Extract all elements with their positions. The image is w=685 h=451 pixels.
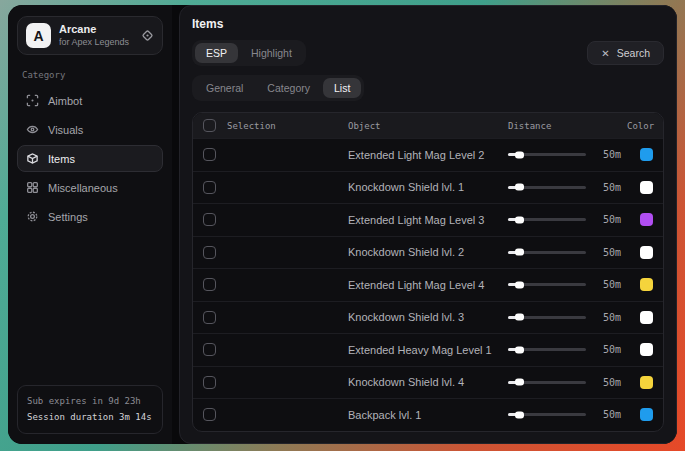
search-button-label: Search <box>617 47 650 59</box>
sidebar-item-label: Visuals <box>48 124 83 136</box>
table-row: Extended Light Mag Level 2 50m <box>193 138 663 171</box>
table-row: Knockdown Shield lvl. 2 50m <box>193 236 663 269</box>
slider-thumb[interactable] <box>515 346 524 353</box>
distance-value: 50m <box>595 182 621 193</box>
column-header-distance: Distance <box>508 121 627 131</box>
gear-icon <box>26 210 39 223</box>
search-button[interactable]: ✕ Search <box>587 41 664 65</box>
eye-icon <box>26 123 39 136</box>
row-checkbox[interactable] <box>203 343 216 356</box>
slider-thumb[interactable] <box>515 249 524 256</box>
table-row: Knockdown Shield lvl. 3 50m <box>193 301 663 334</box>
color-swatch[interactable] <box>640 376 653 389</box>
color-swatch[interactable] <box>640 408 653 421</box>
table-body: Extended Light Mag Level 2 50m <box>193 138 663 431</box>
distance-slider[interactable] <box>508 413 586 416</box>
distance-slider[interactable] <box>508 186 586 189</box>
color-swatch[interactable] <box>640 213 653 226</box>
app-header-card: A Arcane for Apex Legends <box>17 16 163 55</box>
color-swatch[interactable] <box>640 278 653 291</box>
row-checkbox[interactable] <box>203 213 216 226</box>
sidebar-item-label: Items <box>48 153 75 165</box>
sidebar-section-label: Category <box>22 70 158 80</box>
slider-thumb[interactable] <box>515 151 524 158</box>
slider-thumb[interactable] <box>515 281 524 288</box>
app-subtitle: for Apex Legends <box>59 37 133 48</box>
slider-thumb[interactable] <box>515 216 524 223</box>
slider-thumb[interactable] <box>515 314 524 321</box>
distance-value: 50m <box>595 409 621 420</box>
sidebar-item-label: Aimbot <box>48 95 82 107</box>
mode-tab-group: ESP Highlight <box>192 40 306 66</box>
object-name: Extended Light Mag Level 4 <box>348 279 508 291</box>
object-name: Knockdown Shield lvl. 3 <box>348 311 508 323</box>
row-checkbox[interactable] <box>203 246 216 259</box>
color-swatch[interactable] <box>640 181 653 194</box>
table-row: Extended Heavy Mag Level 1 50m <box>193 333 663 366</box>
row-checkbox[interactable] <box>203 311 216 324</box>
close-icon: ✕ <box>601 48 609 59</box>
distance-slider[interactable] <box>508 348 586 351</box>
row-checkbox[interactable] <box>203 376 216 389</box>
row-checkbox[interactable] <box>203 148 216 161</box>
sidebar-item-items[interactable]: Items <box>17 145 163 172</box>
distance-slider[interactable] <box>508 218 586 221</box>
distance-value: 50m <box>595 344 621 355</box>
object-name: Knockdown Shield lvl. 1 <box>348 181 508 193</box>
session-info-card: Sub expires in 9d 23h Session duration 3… <box>17 385 163 434</box>
row-checkbox[interactable] <box>203 181 216 194</box>
distance-value: 50m <box>595 214 621 225</box>
tab-list[interactable]: List <box>323 78 361 98</box>
sidebar-item-label: Miscellaneous <box>48 182 118 194</box>
color-swatch[interactable] <box>640 246 653 259</box>
distance-slider[interactable] <box>508 153 586 156</box>
slider-thumb[interactable] <box>515 379 524 386</box>
object-name: Extended Light Mag Level 2 <box>348 149 508 161</box>
object-name: Extended Light Mag Level 3 <box>348 214 508 226</box>
distance-slider[interactable] <box>508 381 586 384</box>
distance-slider[interactable] <box>508 316 586 319</box>
color-swatch[interactable] <box>640 311 653 324</box>
app-logo: A <box>26 23 51 48</box>
sub-expiry-text: Sub expires in 9d 23h <box>27 394 153 409</box>
table-row: Extended Light Mag Level 3 50m <box>193 203 663 236</box>
emblem-icon[interactable] <box>141 29 154 42</box>
sidebar-item-aimbot[interactable]: Aimbot <box>17 87 163 114</box>
tab-highlight[interactable]: Highlight <box>240 43 303 63</box>
select-all-checkbox[interactable] <box>203 119 216 132</box>
distance-value: 50m <box>595 247 621 258</box>
page-title: Items <box>192 17 664 31</box>
tab-category[interactable]: Category <box>256 78 321 98</box>
distance-slider[interactable] <box>508 283 586 286</box>
table-row: Extended Light Mag Level 4 50m <box>193 268 663 301</box>
object-name: Knockdown Shield lvl. 2 <box>348 246 508 258</box>
sidebar-item-label: Settings <box>48 211 88 223</box>
row-checkbox[interactable] <box>203 408 216 421</box>
distance-slider[interactable] <box>508 251 586 254</box>
table-row: Knockdown Shield lvl. 1 50m <box>193 171 663 204</box>
session-duration-text: Session duration 3m 14s <box>27 410 153 425</box>
distance-value: 50m <box>595 377 621 388</box>
color-swatch[interactable] <box>640 343 653 356</box>
slider-thumb[interactable] <box>515 411 524 418</box>
blocks-icon <box>26 181 39 194</box>
row-checkbox[interactable] <box>203 278 216 291</box>
app-meta: Arcane for Apex Legends <box>59 23 133 48</box>
sidebar-item-settings[interactable]: Settings <box>17 203 163 230</box>
crosshair-icon <box>26 94 39 107</box>
distance-value: 50m <box>595 279 621 290</box>
color-swatch[interactable] <box>640 148 653 161</box>
tab-general[interactable]: General <box>195 78 254 98</box>
slider-thumb[interactable] <box>515 184 524 191</box>
items-table: Selection Object Distance Color Extended… <box>192 112 664 432</box>
box-icon <box>26 152 39 165</box>
object-name: Extended Heavy Mag Level 1 <box>348 344 508 356</box>
tab-esp[interactable]: ESP <box>195 43 238 63</box>
column-header-object: Object <box>348 121 508 131</box>
sidebar-item-miscellaneous[interactable]: Miscellaneous <box>17 174 163 201</box>
column-header-color: Color <box>627 121 653 131</box>
sidebar-item-visuals[interactable]: Visuals <box>17 116 163 143</box>
object-name: Knockdown Shield lvl. 4 <box>348 376 508 388</box>
column-header-selection: Selection <box>227 121 276 131</box>
app-window: A Arcane for Apex Legends Category Aimbo <box>8 5 677 444</box>
